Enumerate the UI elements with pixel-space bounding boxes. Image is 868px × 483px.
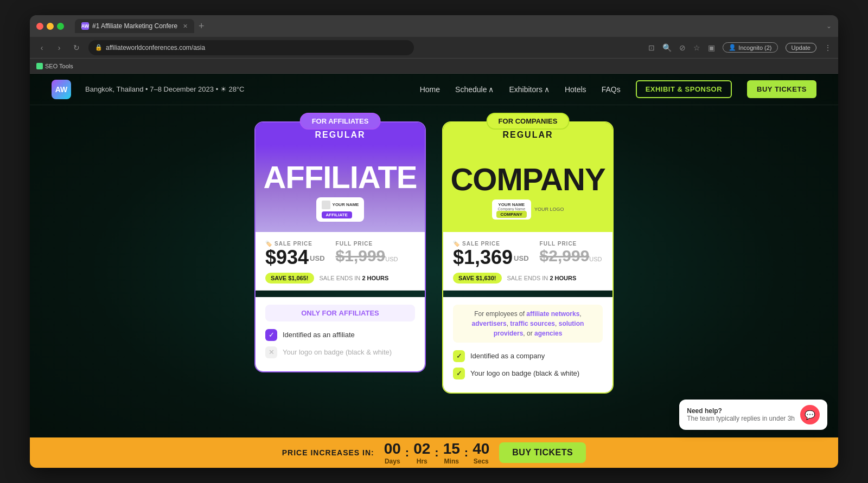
company-feature-1: ✓ Identified as a company	[453, 350, 603, 362]
search-icon[interactable]: 🔍	[662, 43, 672, 52]
countdown-days-row: 00	[384, 440, 401, 458]
nav-faqs[interactable]: FAQs	[602, 85, 621, 94]
nav-home[interactable]: Home	[420, 85, 440, 94]
affiliate-card-body: ONLY FOR AFFILIATES ✓ Identified as an a…	[256, 297, 425, 371]
countdown-secs: 40	[473, 440, 489, 458]
address-bar[interactable]: 🔒 affiliateworldconferences.com/asia	[88, 40, 414, 55]
fullscreen-button[interactable]	[57, 23, 64, 30]
affiliate-card-inner: REGULAR AFFILIATE YOUR NAME AFFILIATE	[254, 121, 426, 372]
website-content: AW Bangkok, Thailand • 7–8 December 2023…	[30, 74, 838, 468]
nav-hotels[interactable]: Hotels	[565, 85, 586, 94]
incognito-icon: 👤	[729, 44, 736, 51]
your-logo-text: YOUR LOGO	[534, 207, 564, 212]
address-bar-actions: ⊡ 🔍 ⊘ ☆ ▣ 👤 Incognito (2) Update ⋮	[648, 42, 832, 53]
nav-logo: AW Bangkok, Thailand • 7–8 December 2023…	[52, 80, 244, 99]
more-icon[interactable]: ⋮	[824, 43, 832, 52]
update-button[interactable]: Update	[786, 43, 816, 53]
company-card-inner: REGULAR COMPANY YOUR NAME Company Name C…	[442, 121, 614, 394]
site-nav: AW Bangkok, Thailand • 7–8 December 2023…	[30, 74, 838, 105]
nav-exhibitors[interactable]: Exhibitors ∧	[509, 85, 549, 94]
seo-tools-bookmark[interactable]: SEO Tools	[36, 63, 73, 69]
nav-location: Bangkok, Thailand • 7–8 December 2023 • …	[85, 85, 244, 93]
x-icon-1: ✕	[265, 346, 277, 358]
affiliate-card-type: REGULAR	[315, 130, 365, 139]
advertisers-link[interactable]: advertisers	[472, 320, 507, 327]
agencies-link[interactable]: agencies	[534, 330, 562, 337]
exhibitors-chevron-icon: ∧	[544, 85, 550, 94]
active-tab[interactable]: AW #1 Affiliate Marketing Conferer... ✕	[75, 19, 194, 33]
company-pricing-card: FOR COMPANIES REGULAR COMPANY YOUR NAME …	[442, 121, 614, 394]
buy-tickets-countdown-button[interactable]: BUY TICKETS	[499, 442, 586, 463]
company-for-employees: For employees of affiliate networks, adv…	[453, 305, 603, 343]
company-card-pricing: 🏷️ SALE PRICE $1,369USD FULL PRICE	[443, 232, 612, 290]
affiliate-savings-row: SAVE $1,065! SALE ENDS IN 2 HOURS	[265, 273, 415, 284]
countdown-secs-label: Secs	[474, 458, 489, 465]
company-badge-name: YOUR NAME	[496, 202, 527, 207]
countdown-units: 00 Days : 02 Hrs : 15 Mins	[384, 440, 490, 465]
check-icon-company-1: ✓	[453, 350, 465, 362]
minimize-button[interactable]	[47, 23, 54, 30]
affiliate-sale-ends: SALE ENDS IN 2 HOURS	[320, 275, 389, 281]
countdown-mins: 15	[443, 440, 460, 458]
chat-open-button[interactable]: 💬	[800, 405, 820, 424]
tab-close-icon[interactable]: ✕	[183, 23, 188, 30]
chat-subtitle: The team typically replies in under 3h	[687, 415, 795, 422]
countdown-mins-label: Mins	[444, 458, 459, 465]
affiliate-networks-link[interactable]: affiliate networks	[526, 310, 579, 318]
company-card-hero: COMPANY YOUR NAME Company Name COMPANY Y…	[443, 145, 612, 232]
affiliate-full-label: FULL PRICE	[336, 241, 398, 247]
shields-icon[interactable]: ⊘	[679, 43, 686, 52]
lock-icon: 🔒	[95, 44, 103, 51]
translate-icon[interactable]: ⊡	[648, 43, 655, 52]
back-button[interactable]: ‹	[36, 43, 47, 52]
affiliate-badge-mockup: YOUR NAME AFFILIATE	[316, 197, 365, 222]
url-text: affiliateworldconferences.com/asia	[106, 44, 205, 51]
company-card-body: For employees of affiliate networks, adv…	[443, 297, 612, 392]
check-icon-1: ✓	[265, 329, 277, 341]
countdown-hrs-row: 02	[413, 440, 430, 458]
star-icon[interactable]: ☆	[693, 43, 700, 52]
affiliate-price-row: 🏷️ SALE PRICE $934USD FULL PRICE	[265, 241, 415, 268]
traffic-lights	[36, 23, 64, 30]
tab-bar: AW #1 Affiliate Marketing Conferer... ✕ …	[75, 19, 822, 33]
bookmark-favicon	[36, 63, 43, 69]
buy-tickets-nav-button[interactable]: BUY TICKETS	[747, 80, 816, 98]
nav-links: Home Schedule ∧ Exhibitors ∧ Hotels FAQs…	[420, 80, 816, 98]
close-button[interactable]	[36, 23, 43, 30]
title-bar: AW #1 Affiliate Marketing Conferer... ✕ …	[30, 15, 838, 37]
affiliate-card-title: AFFILIATE	[263, 162, 417, 193]
sidebar-icon[interactable]: ▣	[708, 43, 715, 52]
affiliate-sale-price: $934USD	[265, 247, 325, 268]
countdown-sep-1: :	[405, 446, 409, 460]
company-sale-ends: SALE ENDS IN 2 HOURS	[507, 275, 577, 281]
exhibit-sponsor-button[interactable]: EXHIBIT & SPONSOR	[636, 80, 732, 98]
affiliate-full-price: $1,999USD	[336, 247, 398, 265]
countdown-days-group: 00 Days	[384, 440, 401, 465]
affiliate-feature-2: ✕ Your logo on badge (black & white)	[265, 346, 415, 358]
countdown-sep-3: :	[464, 446, 468, 460]
traffic-sources-link[interactable]: traffic sources	[510, 320, 555, 327]
chevron-down-icon: ⌄	[826, 22, 832, 30]
address-bar-row: ‹ › ↻ 🔒 affiliateworldconferences.com/as…	[30, 37, 838, 59]
incognito-text: Incognito (2)	[738, 44, 771, 51]
bookmark-label: SEO Tools	[45, 63, 73, 69]
company-price-row: 🏷️ SALE PRICE $1,369USD FULL PRICE	[453, 241, 603, 268]
incognito-badge: 👤 Incognito (2)	[723, 42, 777, 53]
logo-icon: AW	[52, 80, 71, 99]
new-tab-button[interactable]: +	[199, 21, 205, 32]
affiliate-pill: FOR AFFILIATES	[300, 113, 381, 130]
countdown-label: PRICE INCREASES IN:	[282, 448, 374, 457]
title-bar-right: ⌄	[826, 22, 832, 30]
chat-widget: Need help? The team typically replies in…	[679, 400, 827, 430]
chat-title: Need help?	[687, 407, 795, 415]
reload-button[interactable]: ↻	[71, 43, 82, 52]
nav-schedule[interactable]: Schedule ∧	[455, 85, 494, 94]
forward-button[interactable]: ›	[54, 43, 65, 52]
affiliate-full-price-col: FULL PRICE $1,999USD	[336, 241, 398, 265]
affiliate-save-badge: SAVE $1,065!	[265, 273, 314, 284]
affiliate-divider	[256, 290, 425, 291]
affiliate-sale-price-col: 🏷️ SALE PRICE $934USD	[265, 241, 325, 268]
countdown-mins-group: 15 Mins	[443, 440, 460, 465]
countdown-mins-row: 15	[443, 440, 460, 458]
badge-name-text: YOUR NAME	[333, 202, 359, 207]
